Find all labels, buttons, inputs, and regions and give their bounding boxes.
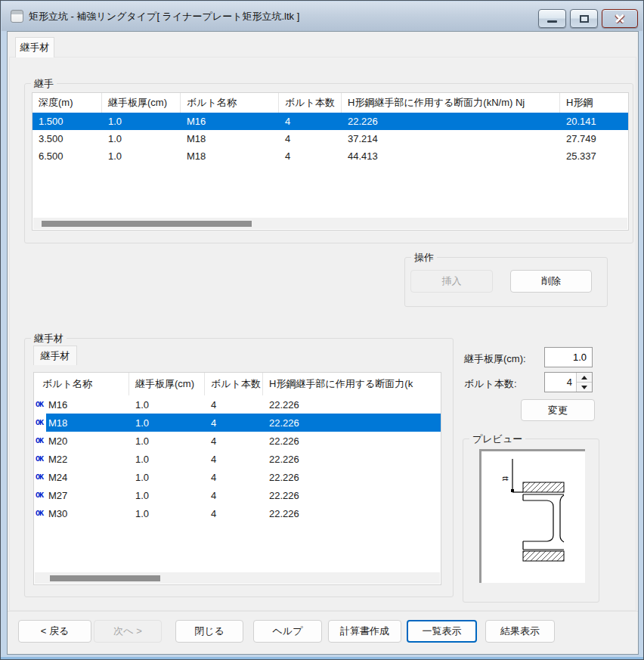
ok-status-icon: OK xyxy=(36,419,48,427)
column-header[interactable]: ボルト名称 xyxy=(181,93,279,113)
table-row[interactable]: 3.500 1.0 M18 4 37.214 27.749 xyxy=(33,130,628,147)
table-row[interactable]: OK M16 1.0 4 22.226 xyxy=(34,395,441,414)
ok-status-icon: OK xyxy=(36,510,48,518)
column-header[interactable]: 深度(m) xyxy=(33,93,102,113)
h-scrollbar[interactable] xyxy=(33,218,627,229)
list-view-button[interactable]: 一覧表示 xyxy=(407,620,477,643)
plate-thickness-label: 継手板厚(cm): xyxy=(464,352,526,366)
ok-status-icon: OK xyxy=(36,473,48,482)
tab-joint-material[interactable]: 継手材 xyxy=(15,37,54,57)
ok-status-icon: OK xyxy=(36,437,48,445)
chevron-down-icon xyxy=(581,386,587,389)
ok-status-icon: OK xyxy=(36,401,48,409)
app-icon xyxy=(11,10,23,23)
dimension-label: tt xyxy=(501,476,510,481)
joint-material-group-label: 継手材 xyxy=(31,332,67,345)
preview-drawing: tt xyxy=(481,451,585,583)
close-icon xyxy=(614,13,626,25)
footer-separator xyxy=(8,611,638,612)
column-header[interactable]: H形鋼継手部に作用する断面力(k xyxy=(263,373,441,395)
column-header[interactable]: ボルト名称 xyxy=(34,373,129,395)
next-button[interactable]: 次へ > xyxy=(94,620,162,643)
ok-status-icon: OK xyxy=(36,455,48,463)
column-header[interactable]: ボルト本数 xyxy=(279,93,342,113)
column-header[interactable]: H形鋼 xyxy=(560,93,629,113)
h-scrollbar-thumb[interactable] xyxy=(42,221,252,227)
spin-down-button[interactable] xyxy=(577,383,592,392)
h-scrollbar[interactable] xyxy=(35,572,440,584)
joint-material-table-header: ボルト名称 継手板厚(cm) ボルト本数 H形鋼継手部に作用する断面力(k xyxy=(34,373,441,395)
ok-status-icon: OK xyxy=(36,491,48,500)
chevron-up-icon xyxy=(581,376,587,380)
tab-label: 継手材 xyxy=(20,41,50,54)
window-title: 矩形立坑 - 補強リングタイプ[ ライナープレート矩形立坑.ltk ] xyxy=(29,2,299,31)
delete-button[interactable]: 削除 xyxy=(510,270,592,293)
plate-thickness-input[interactable] xyxy=(544,347,593,367)
column-header[interactable]: ボルト本数 xyxy=(205,373,263,395)
maximize-icon xyxy=(580,15,589,23)
report-button[interactable]: 計算書作成 xyxy=(328,620,401,643)
joint-table: 深度(m) 継手板厚(cm) ボルト名称 ボルト本数 H形鋼継手部に作用する断面… xyxy=(32,92,629,231)
minimize-button[interactable] xyxy=(538,9,566,28)
back-button[interactable]: < 戻る xyxy=(18,620,91,643)
close-dialog-button[interactable]: 閉じる xyxy=(175,620,243,643)
tab-joint-material-inner[interactable]: 継手材 xyxy=(33,345,77,365)
spin-up-button[interactable] xyxy=(577,373,592,383)
column-header[interactable]: 継手板厚(cm) xyxy=(129,373,205,395)
minimize-icon xyxy=(547,20,557,23)
joint-table-header: 深度(m) 継手板厚(cm) ボルト名称 ボルト本数 H形鋼継手部に作用する断面… xyxy=(33,93,628,113)
tab-label: 継手材 xyxy=(41,349,70,363)
result-view-button[interactable]: 結果表示 xyxy=(485,620,555,643)
bolt-count-label: ボルト本数: xyxy=(464,377,517,391)
preview-canvas: tt xyxy=(479,449,585,583)
joint-group-label: 継手 xyxy=(31,77,57,90)
table-row[interactable]: OK M27 1.0 4 22.226 xyxy=(34,486,441,504)
help-button[interactable]: ヘルプ xyxy=(253,620,322,643)
table-row[interactable]: OK M30 1.0 4 22.226 xyxy=(34,504,441,522)
bolt-count-stepper[interactable]: 4 xyxy=(544,372,593,392)
h-scrollbar-thumb[interactable] xyxy=(50,575,160,581)
bolt-count-value: 4 xyxy=(545,373,576,392)
table-row[interactable]: 6.500 1.0 M18 4 44.413 25.337 xyxy=(33,147,628,165)
preview-group-label: プレビュー xyxy=(469,432,525,445)
table-row[interactable]: 1.500 1.0 M16 4 22.226 20.141 xyxy=(33,113,628,130)
insert-button[interactable]: 挿入 xyxy=(410,270,493,293)
column-header[interactable]: H形鋼継手部に作用する断面力(kN/m) Nj xyxy=(342,93,560,113)
table-row[interactable]: OK M22 1.0 4 22.226 xyxy=(34,450,441,468)
operation-group-label: 操作 xyxy=(411,251,437,264)
column-header[interactable]: 継手板厚(cm) xyxy=(102,93,181,113)
table-row[interactable]: OK M24 1.0 4 22.226 xyxy=(34,468,441,486)
change-button[interactable]: 変更 xyxy=(521,399,595,421)
maximize-button[interactable] xyxy=(570,9,598,28)
table-row[interactable]: OK M20 1.0 4 22.226 xyxy=(34,432,441,450)
dialog-client: 継手材 継手 深度(m) 継手板厚(cm) ボルト名称 ボルト本数 H形鋼継手部… xyxy=(7,31,639,655)
app-window: 矩形立坑 - 補強リングタイプ[ ライナープレート矩形立坑.ltk ] 継手材 … xyxy=(0,0,644,660)
close-button[interactable] xyxy=(602,9,638,28)
table-row[interactable]: OK M18 1.0 4 22.226 xyxy=(34,414,441,432)
joint-material-table: ボルト名称 継手板厚(cm) ボルト本数 H形鋼継手部に作用する断面力(k OK… xyxy=(33,372,441,585)
titlebar[interactable]: 矩形立坑 - 補強リングタイプ[ ライナープレート矩形立坑.ltk ] xyxy=(2,2,642,31)
